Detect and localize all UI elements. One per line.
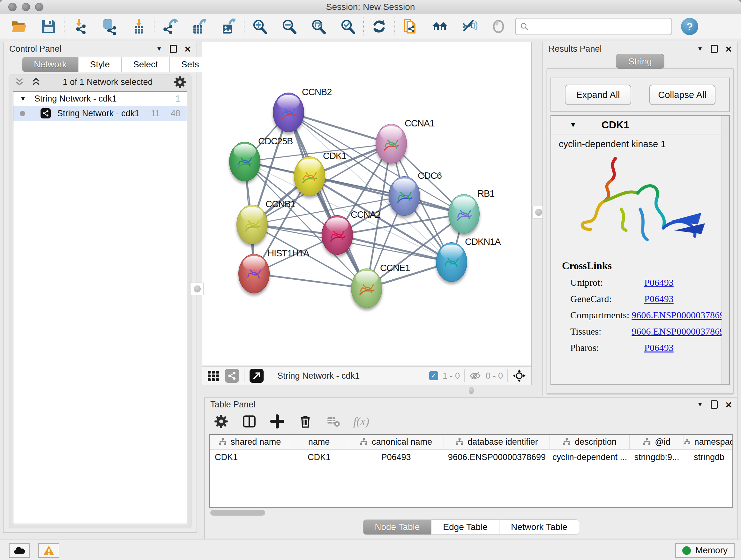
help-button[interactable]: ?	[681, 18, 698, 35]
import-network-icon[interactable]	[71, 18, 88, 35]
close-panel-icon[interactable]: ×	[725, 400, 732, 409]
tab-node-table[interactable]: Node Table	[363, 519, 431, 535]
import-network-database-icon[interactable]	[101, 18, 118, 35]
zoom-fit-icon[interactable]	[310, 18, 327, 35]
export-image-icon[interactable]	[220, 18, 237, 35]
float-panel-icon[interactable]	[711, 400, 718, 409]
node-cdkn1a[interactable]	[436, 242, 467, 282]
home-icon[interactable]	[431, 18, 448, 35]
cell-canonical-name[interactable]: P06493	[348, 449, 444, 465]
tab-network-table[interactable]: Network Table	[499, 519, 579, 535]
network-collection-row[interactable]: ▼ String Network - cdk1 1	[13, 91, 187, 106]
collapse-triangle-icon[interactable]: ▼	[20, 95, 26, 103]
tab-edge-table[interactable]: Edge Table	[431, 519, 499, 535]
zoom-selected-icon[interactable]	[340, 18, 356, 35]
hidden-eye-icon[interactable]	[469, 370, 481, 381]
node-cdc6[interactable]	[389, 176, 420, 216]
function-builder-icon[interactable]: f(x)	[353, 415, 369, 428]
export-network-icon[interactable]	[161, 18, 178, 35]
column-header-canonical-name[interactable]: canonical name	[348, 435, 444, 449]
horizontal-splitter-handle[interactable]	[466, 387, 477, 394]
left-splitter-handle[interactable]	[191, 283, 204, 295]
column-header-shared-name[interactable]: shared name	[210, 435, 290, 449]
close-window-button[interactable]	[8, 3, 17, 11]
node-cdc25b[interactable]	[229, 142, 260, 181]
expand-all-button[interactable]: Expand All	[565, 84, 631, 105]
fit-selected-crosshair-icon[interactable]	[512, 369, 526, 383]
panel-menu-icon[interactable]: ▼	[697, 401, 703, 408]
float-panel-icon[interactable]	[170, 45, 177, 53]
node-hist1h1a[interactable]	[239, 254, 270, 294]
delete-column-icon[interactable]	[297, 413, 314, 430]
network-options-gear-icon[interactable]	[174, 76, 186, 88]
share-document-icon[interactable]	[402, 18, 419, 35]
tab-select[interactable]: Select	[122, 57, 170, 72]
cell-shared-name[interactable]: CDK1	[210, 449, 290, 465]
collapse-all-icon[interactable]	[30, 77, 42, 87]
crosslink-compartments--link[interactable]: 9606.ENSP00000378699	[631, 310, 729, 320]
column-header-name[interactable]: name	[290, 435, 348, 449]
node-ccnb2[interactable]	[273, 92, 304, 132]
column-header-namespac[interactable]: namespac	[684, 435, 733, 449]
crosslink-tissues--link[interactable]: 9606.ENSP00000378699	[631, 326, 729, 337]
edge-hist1h1a-ccne1[interactable]	[254, 273, 367, 288]
import-table-icon[interactable]	[130, 18, 147, 35]
open-in-new-window-icon[interactable]	[250, 369, 264, 383]
maximize-window-button[interactable]	[35, 3, 44, 11]
network-canvas[interactable]: CCNB2CCNA1CDC25BCDK1CDC6RB1CCNB1CCNA2CDK…	[202, 42, 532, 366]
column-header-description[interactable]: description	[550, 435, 630, 449]
cell-database-identifier[interactable]: 9606.ENSP00000378699	[444, 449, 550, 465]
add-column-icon[interactable]	[269, 413, 286, 430]
node-ccna1[interactable]	[376, 124, 407, 164]
tab-string[interactable]: String	[616, 54, 664, 69]
entry-collapse-icon[interactable]: ▼	[569, 121, 577, 129]
refresh-icon[interactable]	[371, 18, 387, 35]
crosslink-genecard--link[interactable]: P06493	[644, 294, 674, 304]
delete-table-icon[interactable]	[325, 413, 342, 430]
cell-name[interactable]: CDK1	[290, 449, 348, 465]
cell-namespac[interactable]: stringdb	[684, 449, 733, 465]
warnings-button[interactable]	[38, 543, 59, 558]
close-panel-icon[interactable]: ×	[725, 45, 732, 53]
cloud-status-button[interactable]	[9, 543, 30, 558]
expand-all-icon[interactable]	[14, 77, 25, 87]
selected-checkbox-icon[interactable]: ✓	[429, 371, 438, 380]
column-header--id[interactable]: @id	[630, 435, 684, 449]
string-view-icon[interactable]	[225, 369, 239, 383]
export-table-icon[interactable]	[191, 18, 207, 35]
zoom-out-icon[interactable]	[281, 18, 297, 35]
node-rb1[interactable]	[448, 194, 480, 234]
table-options-gear-icon[interactable]	[213, 413, 229, 430]
node-cdk1[interactable]	[294, 157, 325, 196]
search-input[interactable]	[532, 22, 667, 32]
panel-menu-icon[interactable]: ▼	[697, 45, 703, 52]
crosslink-uniprot--link[interactable]: P06493	[644, 277, 674, 288]
save-session-icon[interactable]	[40, 18, 57, 35]
node-ccne1[interactable]	[351, 268, 382, 308]
results-scrollbar[interactable]	[722, 116, 729, 384]
node-table[interactable]: shared namenamecanonical namedatabase id…	[209, 434, 733, 508]
edge-cdk1-rb1[interactable]	[310, 176, 464, 214]
collapse-all-button[interactable]: Collapse All	[649, 84, 716, 105]
show-columns-icon[interactable]	[241, 413, 258, 430]
node-ccnb1[interactable]	[237, 205, 268, 244]
table-row[interactable]: CDK1CDK1P064939606.ENSP00000378699cyclin…	[210, 449, 732, 465]
zoom-in-icon[interactable]	[252, 18, 268, 35]
cell-description[interactable]: cyclin-dependent ...	[550, 449, 630, 465]
birds-eye-grid-icon[interactable]	[207, 369, 220, 382]
tab-network[interactable]: Network	[22, 57, 78, 72]
preview-eye-icon[interactable]	[490, 18, 507, 35]
minimize-window-button[interactable]	[22, 3, 30, 11]
hide-glasses-icon[interactable]	[461, 18, 477, 35]
crosslink-pharos--link[interactable]: P06493	[644, 342, 674, 353]
edge-ccnb2-ccne1[interactable]	[288, 112, 367, 288]
float-panel-icon[interactable]	[711, 45, 718, 53]
table-hscrollbar[interactable]	[210, 510, 265, 516]
network-row[interactable]: String Network - cdk1 11 48	[13, 106, 187, 121]
tab-style[interactable]: Style	[78, 57, 122, 72]
panel-menu-icon[interactable]: ▼	[156, 45, 162, 52]
close-panel-icon[interactable]: ×	[185, 45, 191, 53]
search-field[interactable]	[515, 18, 672, 35]
column-header-database-identifier[interactable]: database identifier	[444, 435, 550, 449]
memory-button[interactable]: Memory	[675, 543, 735, 558]
